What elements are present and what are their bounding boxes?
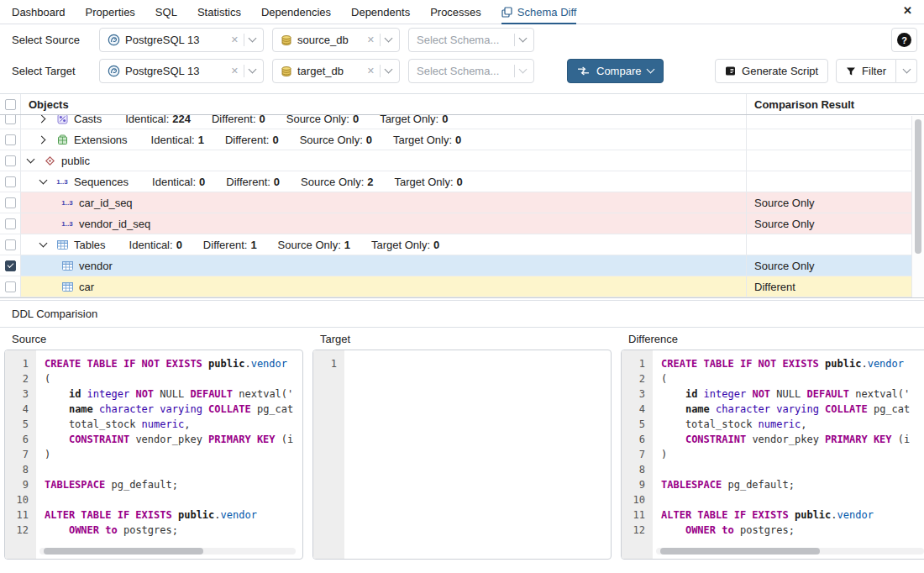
clear-icon[interactable]: ✕ bbox=[367, 66, 375, 76]
row-checkbox[interactable] bbox=[5, 239, 16, 250]
target-server-select[interactable]: PostgreSQL 13 ✕ bbox=[99, 59, 264, 83]
tab-schema-diff[interactable]: Schema Diff bbox=[501, 0, 577, 24]
code-line: TABLESPACE pg_default; bbox=[45, 477, 302, 492]
ddl-source-editor[interactable]: 123456789101112CREATE TABLE IF NOT EXIST… bbox=[4, 350, 303, 560]
chevron-down-icon[interactable] bbox=[249, 66, 257, 74]
tab-properties[interactable]: Properties bbox=[86, 0, 135, 24]
line-number: 9 bbox=[622, 477, 653, 492]
row-checkbox[interactable] bbox=[5, 281, 16, 292]
tab-dashboard[interactable]: Dashboard bbox=[12, 0, 66, 24]
row-checkbox[interactable] bbox=[5, 176, 16, 187]
code-line: CONSTRAINT vendor_pkey PRIMARY KEY (i bbox=[45, 432, 302, 447]
line-number: 1 bbox=[5, 356, 36, 371]
chevron-down-icon[interactable] bbox=[40, 243, 55, 246]
row-checkbox-cell bbox=[0, 234, 21, 255]
compare-button[interactable]: Compare bbox=[567, 59, 664, 83]
table-row[interactable]: ExtensionsIdentical:1Different:0Source O… bbox=[0, 129, 924, 150]
line-number: 3 bbox=[622, 386, 653, 402]
count-source-only: Source Only:1 bbox=[278, 239, 350, 251]
code-line: CREATE TABLE IF NOT EXISTS public.vendor bbox=[661, 356, 924, 371]
tab-dependencies[interactable]: Dependencies bbox=[261, 0, 331, 24]
chevron-down-icon[interactable] bbox=[385, 34, 393, 43]
chevron-right-icon[interactable] bbox=[40, 116, 55, 122]
line-number: 6 bbox=[5, 432, 36, 447]
horizontal-scrollbar[interactable] bbox=[44, 548, 203, 555]
source-schema-select[interactable]: Select Schema... bbox=[408, 28, 534, 52]
table-row[interactable]: 1..3vendor_id_seqSource Only bbox=[0, 213, 924, 234]
line-number: 1 bbox=[313, 356, 344, 371]
table-row[interactable]: 1..3car_id_seqSource Only bbox=[0, 192, 924, 213]
table-row[interactable]: carDifferent bbox=[0, 276, 924, 297]
divider bbox=[244, 34, 244, 46]
row-checkbox[interactable] bbox=[5, 260, 16, 271]
count-identical: Identical:0 bbox=[152, 176, 205, 188]
chevron-right-icon[interactable] bbox=[40, 137, 55, 143]
object-cell: TablesIdentical:0Different:1Source Only:… bbox=[21, 234, 746, 255]
select-source-row: Select Source PostgreSQL 13 ✕ source_db … bbox=[0, 24, 924, 55]
clear-icon[interactable]: ✕ bbox=[231, 66, 239, 76]
table-row[interactable]: 1..3SequencesIdentical:0Different:0Sourc… bbox=[0, 171, 924, 192]
comparison-result-value: Different bbox=[754, 281, 795, 293]
tab-sql[interactable]: SQL bbox=[155, 0, 177, 24]
select-target-label: Select Target bbox=[12, 65, 99, 77]
vertical-scrollbar[interactable] bbox=[911, 116, 924, 297]
object-label: Casts bbox=[74, 115, 102, 125]
comparison-counts: Identical:224Different:0Source Only:0Tar… bbox=[125, 115, 448, 125]
code-line: total_stock numeric, bbox=[45, 417, 302, 432]
table-row[interactable]: CastsIdentical:224Different:0Source Only… bbox=[0, 115, 924, 129]
ddl-panel-label: Difference bbox=[621, 329, 924, 350]
row-checkbox[interactable] bbox=[5, 197, 16, 208]
generate-script-button[interactable]: Generate Script bbox=[715, 59, 828, 83]
chevron-down-icon[interactable] bbox=[249, 34, 257, 43]
select-all-checkbox[interactable] bbox=[5, 99, 16, 110]
chevron-down-icon[interactable] bbox=[28, 159, 43, 162]
tab-processes[interactable]: Processes bbox=[430, 0, 481, 24]
horizontal-scrollbar[interactable] bbox=[660, 548, 820, 555]
ddl-comparison-title: DDL Comparision bbox=[0, 301, 924, 328]
close-icon[interactable]: ✕ bbox=[903, 4, 912, 17]
row-checkbox[interactable] bbox=[5, 115, 16, 124]
target-schema-select[interactable]: Select Schema... bbox=[408, 59, 534, 83]
count-source-only: Source Only:0 bbox=[286, 115, 359, 125]
row-checkbox[interactable] bbox=[5, 218, 16, 229]
tab-statistics[interactable]: Statistics bbox=[197, 0, 241, 24]
filter-icon bbox=[846, 66, 856, 76]
check-icon bbox=[7, 261, 13, 268]
clear-icon[interactable]: ✕ bbox=[367, 35, 375, 45]
tab-dependents[interactable]: Dependents bbox=[351, 0, 410, 24]
table-row[interactable]: public bbox=[0, 150, 924, 171]
ddl-difference-editor[interactable]: 123456789101112CREATE TABLE IF NOT EXIST… bbox=[621, 350, 924, 560]
table-row[interactable]: TablesIdentical:0Different:1Source Only:… bbox=[0, 234, 924, 255]
ddl-target-editor[interactable]: 1 bbox=[312, 350, 612, 560]
line-number: 12 bbox=[5, 523, 36, 538]
target-database-select[interactable]: target_db ✕ bbox=[272, 59, 400, 83]
tab-label: Properties bbox=[86, 6, 135, 18]
row-checkbox-cell bbox=[0, 192, 21, 213]
table-icon bbox=[60, 282, 74, 292]
row-checkbox[interactable] bbox=[5, 134, 16, 145]
chevron-down-icon[interactable] bbox=[647, 66, 655, 74]
row-checkbox[interactable] bbox=[5, 155, 16, 166]
help-button[interactable]: ? bbox=[891, 28, 917, 52]
chevron-down-icon[interactable] bbox=[519, 66, 528, 74]
chevron-down-icon[interactable] bbox=[40, 180, 55, 183]
scrollbar-thumb[interactable] bbox=[915, 119, 921, 254]
schema-icon bbox=[43, 155, 56, 166]
tab-label: Statistics bbox=[197, 6, 241, 18]
cast-icon bbox=[55, 115, 69, 124]
chevron-down-icon[interactable] bbox=[385, 66, 393, 74]
code-line: ( bbox=[661, 371, 924, 386]
chevron-down-icon[interactable] bbox=[519, 34, 528, 43]
source-server-select[interactable]: PostgreSQL 13 ✕ bbox=[99, 28, 264, 52]
source-database-select[interactable]: source_db ✕ bbox=[272, 28, 400, 52]
clear-icon[interactable]: ✕ bbox=[231, 35, 239, 45]
filter-dropdown-button[interactable] bbox=[896, 59, 917, 83]
filter-button[interactable]: Filter bbox=[836, 59, 896, 83]
line-number: 2 bbox=[622, 371, 653, 386]
object-cell: ExtensionsIdentical:1Different:0Source O… bbox=[21, 129, 746, 150]
comparison-result-column-header: Comparison Result bbox=[754, 98, 854, 111]
object-label: Extensions bbox=[74, 134, 128, 146]
code-line: ALTER TABLE IF EXISTS public.vendor bbox=[661, 507, 924, 523]
table-row[interactable]: vendorSource Only bbox=[0, 255, 924, 276]
line-number: 7 bbox=[622, 447, 653, 462]
